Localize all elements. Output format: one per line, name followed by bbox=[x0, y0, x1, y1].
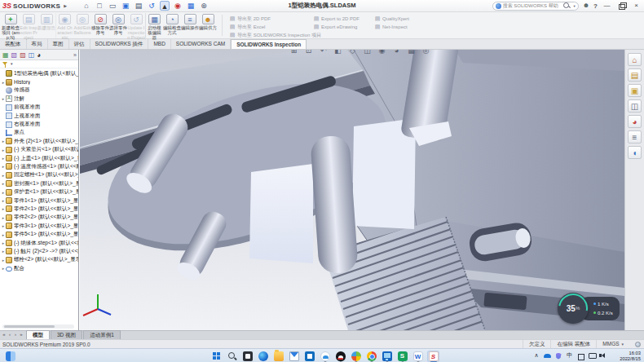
command-tab[interactable]: SOLIDWORKS CAM bbox=[171, 39, 231, 49]
update-inspection-project-button[interactable]: ↺ Update Inspection Project bbox=[127, 13, 145, 40]
tree-item[interactable]: 右视基准面 bbox=[0, 120, 78, 128]
featuremanager-tab-icon[interactable]: ▦ bbox=[2, 51, 9, 60]
select-balloons-button[interactable]: ◎ 选择零件序号 bbox=[109, 13, 127, 40]
export-command[interactable]: ▤Net-Inspect bbox=[374, 23, 409, 31]
design-library-icon[interactable]: ▤ bbox=[628, 68, 642, 82]
menu-expand-arrow-icon[interactable]: ▶ bbox=[64, 3, 67, 8]
edit-inspection-methods-button[interactable]: ◔ 编辑检查方式 bbox=[163, 13, 181, 40]
add-edit-balloons-button[interactable]: ◎ Add/Edit Balloons bbox=[73, 13, 91, 40]
export-command[interactable]: ▤QualityXpert bbox=[374, 15, 409, 23]
tree-filter[interactable]: ▼ bbox=[0, 60, 78, 68]
command-tab[interactable]: MBD bbox=[148, 39, 170, 49]
tree-item[interactable]: ▸ 零件1<1> (默认<<默认>_显示状态 bbox=[0, 196, 78, 205]
tree-item[interactable]: 1型铠装热电偶 (默认<默认_显示状态-1> bbox=[0, 69, 78, 77]
appearances-icon[interactable]: ◕ bbox=[628, 115, 642, 128]
file-explorer-icon[interactable] bbox=[272, 351, 285, 362]
tree-item[interactable]: ▸ 配合 bbox=[0, 264, 78, 272]
displaymanager-tab-icon[interactable]: ◕ bbox=[37, 51, 41, 60]
new-inspection-project-button[interactable]: + 新建检查项目 (amp;N) bbox=[2, 13, 20, 40]
document-tab[interactable]: 3D 视图 bbox=[51, 330, 82, 339]
tab-nav-arrow-icon[interactable]: » bbox=[19, 331, 24, 338]
taskbar-clock[interactable]: 16:03 2022/8/15 bbox=[620, 351, 641, 362]
tree-item[interactable]: 原点 bbox=[0, 129, 78, 137]
search-icon[interactable] bbox=[563, 2, 570, 9]
command-tab[interactable]: SOLIDWORKS 插件 bbox=[90, 39, 149, 49]
command-tab[interactable]: 装配体 bbox=[0, 39, 27, 49]
new-report-button[interactable]: ▥ 新建报告 bbox=[37, 13, 55, 40]
browser-360-icon[interactable] bbox=[350, 351, 362, 362]
panel-overflow-icon[interactable]: » bbox=[73, 52, 77, 58]
add-characteristic-button[interactable]: ◉ Add Characteristic bbox=[55, 13, 73, 40]
rebuild-icon[interactable]: ◉ bbox=[173, 1, 183, 11]
graphics-viewport[interactable]: ⊞⊡↶◧◇◫◉◕▦◎ 1 K/s 0.2 K/s 35% bbox=[80, 50, 624, 330]
search-caret-icon[interactable]: ▾ bbox=[573, 4, 575, 8]
file-properties-icon[interactable]: ▦ bbox=[186, 1, 196, 11]
export-command[interactable]: ▤Export eDrawing bbox=[313, 23, 359, 31]
tree-item[interactable]: ▸ (-) 夹紧垫片<1> (默认<<默认>_显 bbox=[0, 146, 78, 154]
select-cursor-icon[interactable]: ▲ bbox=[160, 1, 170, 11]
cloud-app-icon[interactable] bbox=[319, 351, 331, 362]
mail-icon[interactable] bbox=[288, 351, 300, 362]
chrome-icon[interactable] bbox=[365, 351, 377, 362]
tree-item[interactable]: ▸ (-) 上盖<1> (默认<<默认>_显示状 bbox=[0, 154, 78, 162]
command-tab[interactable]: SOLIDWORKS Inspection bbox=[231, 39, 307, 49]
export-command[interactable]: ▤导出至 SOLIDWORKS Inspection 项目 bbox=[229, 31, 321, 39]
edit-suppliers-button[interactable]: ☻ 编辑供方 bbox=[199, 13, 217, 40]
tree-item[interactable]: ▸ (-) 温度传感器<1> (默认<<默认>_ bbox=[0, 162, 78, 170]
export-command[interactable]: ▤Export to 2D PDF bbox=[313, 15, 359, 23]
close-button[interactable]: × bbox=[631, 2, 642, 11]
search-scope-icon[interactable] bbox=[496, 3, 501, 9]
cast-device-icon[interactable] bbox=[588, 351, 596, 360]
template-editor-button[interactable]: ▦ 启动模板编辑器 bbox=[145, 13, 163, 40]
qq-icon[interactable] bbox=[334, 351, 346, 362]
tree-item[interactable]: ▸ 零件3<1> (默认<<默认>_显示状态 bbox=[0, 222, 78, 230]
tree-item[interactable]: ▸ 螺栓<2> (默认<<默认>_显示状态 bbox=[0, 256, 78, 264]
onedrive-icon[interactable] bbox=[544, 351, 552, 360]
model-3d-view[interactable] bbox=[80, 50, 624, 330]
dimxpert-tab-icon[interactable]: ◫ bbox=[29, 51, 35, 60]
tree-item[interactable]: ▸ History bbox=[0, 77, 78, 86]
tree-item[interactable]: ▸ 固定螺栓<1> (默认<<默认>_显示状 bbox=[0, 171, 78, 179]
tree-item[interactable]: ▸ 零件5<1> (默认<<默认>_显示状态 bbox=[0, 230, 78, 238]
custom-properties-icon[interactable]: ≡ bbox=[628, 130, 642, 143]
print-icon[interactable]: ▤ bbox=[134, 1, 143, 11]
tree-item[interactable]: ▸ (-) 触片 (2)<2> ->? (默认<<默认 bbox=[0, 247, 78, 255]
options-gear-icon[interactable]: ⊛ bbox=[199, 1, 209, 11]
tree-item[interactable]: ▸ 注解 bbox=[0, 95, 78, 103]
tree-item[interactable]: ▸ 外壳 (2)<1> (默认<<默认>_显示状 bbox=[0, 137, 78, 145]
edge-icon[interactable] bbox=[257, 351, 269, 362]
ime-chinese-icon[interactable]: 中 bbox=[566, 351, 574, 360]
new-document-icon[interactable]: □ bbox=[95, 1, 104, 11]
login-person-icon[interactable]: ☻ bbox=[583, 1, 589, 11]
tab-nav-arrow-icon[interactable]: « bbox=[2, 331, 7, 338]
app-s-icon[interactable] bbox=[396, 351, 408, 362]
ime-grid-icon[interactable] bbox=[576, 351, 584, 360]
edit-operations-button[interactable]: ≡ 编辑操作 bbox=[181, 13, 199, 40]
view-palette-icon[interactable]: ◫ bbox=[628, 99, 642, 113]
command-tab[interactable]: 评估 bbox=[69, 39, 90, 49]
security-icon[interactable] bbox=[554, 351, 562, 360]
wps-icon[interactable] bbox=[412, 351, 424, 362]
tree-item[interactable]: ▸ 零件2<2> (默认<<默认>_显示状态 bbox=[0, 214, 78, 222]
widgets-icon[interactable] bbox=[4, 351, 16, 362]
document-tab[interactable]: 模型 bbox=[26, 330, 50, 339]
performance-widget[interactable]: 1 K/s 0.2 K/s 35% bbox=[558, 293, 621, 325]
configurationmanager-tab-icon[interactable]: ▨ bbox=[20, 51, 26, 60]
edit-inspection-project-button[interactable]: ▤ Edit Inspection Project bbox=[20, 13, 37, 40]
start-icon[interactable] bbox=[210, 351, 223, 362]
tree-item[interactable]: ▸ 密封圈<1> (默认<<默认>_显示状 bbox=[0, 179, 78, 188]
volume-icon[interactable] bbox=[598, 351, 607, 360]
tray-chevron-icon[interactable]: ∧ bbox=[532, 351, 540, 360]
task-view-icon[interactable] bbox=[241, 351, 254, 362]
tree-item[interactable]: 前视基准面 bbox=[0, 104, 78, 112]
store-icon[interactable] bbox=[303, 351, 315, 362]
remove-balloons-button[interactable]: ⊘ 移除零件序号 bbox=[91, 13, 109, 40]
propertymanager-tab-icon[interactable]: ▧ bbox=[11, 51, 18, 60]
home-icon[interactable]: ⌂ bbox=[82, 1, 91, 11]
minimize-button[interactable]: — bbox=[602, 2, 612, 11]
remote-desktop-icon[interactable] bbox=[381, 351, 393, 362]
forum-icon[interactable]: ◖ bbox=[628, 146, 642, 159]
tab-nav-arrow-icon[interactable]: ‹ bbox=[7, 331, 12, 338]
search-icon[interactable] bbox=[226, 351, 238, 362]
tree-item[interactable]: 传感器 bbox=[0, 86, 78, 95]
